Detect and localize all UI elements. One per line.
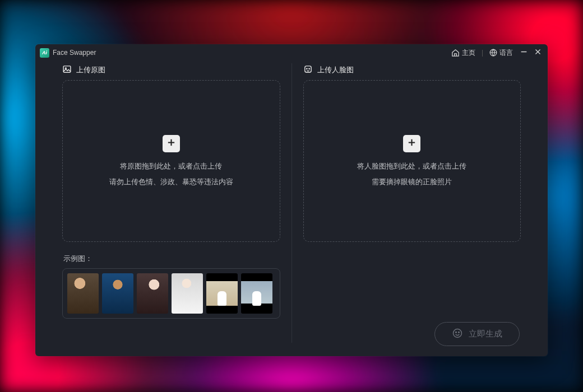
source-panel-header: 上传原图 [62, 61, 280, 80]
face-hint-1: 将人脸图拖到此处，或者点击上传 [357, 162, 466, 171]
minimize-icon [520, 48, 528, 58]
svg-point-9 [306, 68, 307, 69]
home-label: 主页 [462, 48, 475, 58]
source-hint-1: 将原图拖到此处，或者点击上传 [120, 162, 222, 171]
samples-label: 示例图： [63, 254, 280, 264]
sample-thumb-4[interactable] [172, 273, 203, 314]
svg-point-14 [456, 332, 457, 333]
home-button[interactable]: 主页 [449, 46, 478, 59]
language-button[interactable]: 语言 [487, 46, 515, 59]
sample-thumb-6[interactable] [241, 273, 272, 314]
language-label: 语言 [499, 48, 513, 58]
minimize-button[interactable] [519, 46, 529, 59]
close-button[interactable] [533, 46, 543, 59]
globe-icon [489, 49, 497, 57]
app-window: Ai Face Swapper 主页 | 语言 [35, 44, 548, 356]
face-hint-2: 需要摘掉眼镜的正脸照片 [372, 178, 452, 187]
app-logo: Ai [40, 48, 49, 58]
smile-icon [452, 328, 463, 340]
generate-label: 立即生成 [469, 329, 502, 339]
footer: 立即生成 [434, 322, 520, 346]
app-title: Face Swapper [53, 49, 96, 57]
svg-point-10 [308, 68, 309, 69]
face-panel-header: 上传人脸图 [303, 61, 521, 80]
separator: | [482, 49, 483, 57]
sample-thumb-3[interactable] [137, 273, 168, 314]
source-panel-title: 上传原图 [76, 65, 105, 75]
generate-button[interactable]: 立即生成 [434, 322, 520, 346]
left-column: 上传原图 将原图拖到此处，或者点击上传 请勿上传色情、涉政、暴恐等违法内容 示例… [57, 61, 286, 343]
add-source-button[interactable] [163, 135, 180, 152]
right-column: 上传人脸图 将人脸图拖到此处，或者点击上传 需要摘掉眼镜的正脸照片 [298, 61, 527, 343]
svg-point-15 [459, 332, 460, 333]
plus-icon [166, 138, 176, 150]
face-upload-dropzone[interactable]: 将人脸图拖到此处，或者点击上传 需要摘掉眼镜的正脸照片 [303, 80, 521, 242]
home-icon [451, 49, 460, 57]
source-upload-dropzone[interactable]: 将原图拖到此处，或者点击上传 请勿上传色情、涉政、暴恐等违法内容 [62, 80, 280, 242]
sample-thumb-2[interactable] [102, 273, 133, 314]
titlebar: Ai Face Swapper 主页 | 语言 [35, 44, 548, 61]
sample-images-strip [62, 268, 280, 319]
sample-thumb-1[interactable] [67, 273, 99, 314]
svg-rect-4 [63, 66, 71, 72]
add-face-button[interactable] [403, 135, 420, 152]
content-area: 上传原图 将原图拖到此处，或者点击上传 请勿上传色情、涉政、暴恐等违法内容 示例… [35, 61, 548, 356]
column-divider [292, 63, 292, 343]
svg-point-13 [454, 329, 462, 338]
plus-icon [407, 138, 417, 150]
face-panel-title: 上传人脸图 [317, 65, 354, 75]
source-hint-2: 请勿上传色情、涉政、暴恐等违法内容 [109, 178, 233, 187]
close-icon [534, 48, 542, 58]
face-icon [303, 64, 313, 76]
sample-thumb-5[interactable] [206, 273, 238, 314]
image-icon [62, 64, 72, 76]
